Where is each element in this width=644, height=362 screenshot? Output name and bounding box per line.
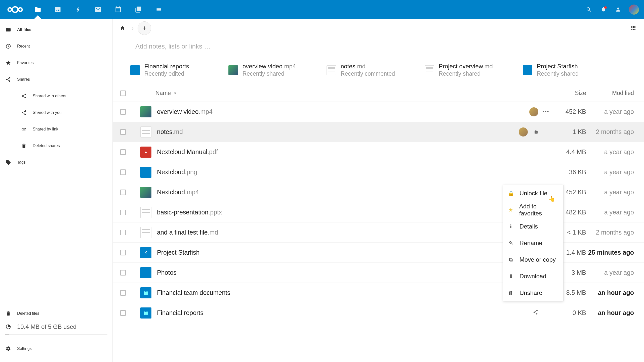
view-toggle[interactable] xyxy=(630,25,636,32)
rec-subtitle: Recently shared xyxy=(537,70,579,77)
nav-files[interactable] xyxy=(28,0,48,19)
rec-subtitle: Recently shared xyxy=(243,70,296,77)
notifications-button[interactable] xyxy=(600,6,607,13)
file-row[interactable]: notes.md1 KB2 months ago xyxy=(113,122,644,142)
sidebar-quota: 10.4 MB of 5 GB used xyxy=(0,322,112,332)
recommendation-item[interactable]: Project StarfishRecently shared xyxy=(523,63,621,77)
file-name: Nextcloud.png xyxy=(157,168,508,176)
sidebar-item-shared-with-others[interactable]: Shared with others xyxy=(0,88,112,104)
file-row[interactable]: and a final test file.md< 1 KB2 months a… xyxy=(113,222,644,243)
row-checkbox[interactable] xyxy=(120,310,126,316)
mail-icon xyxy=(95,6,102,13)
sidebar-item-favorites[interactable]: Favorites xyxy=(0,55,112,71)
ctx-add-to-favorites[interactable]: ★Add to favorites xyxy=(503,202,563,218)
nav-calendar[interactable] xyxy=(108,0,128,19)
sort-indicator-icon: ▼ xyxy=(173,91,177,95)
sidebar-item-label: Recent xyxy=(17,44,30,49)
deck-icon xyxy=(135,6,142,13)
file-row[interactable]: Financial reports0 KBan hour ago xyxy=(113,303,644,323)
file-row[interactable]: Photos•••3 MBa year ago xyxy=(113,263,644,283)
svg-point-1 xyxy=(8,8,12,11)
file-row[interactable]: Nextcloud Manual.pdf4.4 MBa year ago xyxy=(113,142,644,162)
share-icon xyxy=(21,93,27,99)
add-button[interactable]: + xyxy=(138,21,151,35)
quota-bar xyxy=(5,334,107,335)
contacts-button[interactable] xyxy=(614,6,622,13)
logo[interactable] xyxy=(5,5,25,14)
notes-placeholder[interactable]: Add notes, lists or links … xyxy=(113,37,644,63)
image-icon xyxy=(54,6,61,13)
rec-thumb-icon xyxy=(425,65,434,75)
ctx-download[interactable]: ⬇Download xyxy=(503,268,563,285)
column-size[interactable]: Size xyxy=(553,90,586,97)
search-button[interactable] xyxy=(585,6,593,13)
sidebar-item-shared-by-link[interactable]: Shared by link xyxy=(0,121,112,138)
nav-activity[interactable] xyxy=(68,0,88,19)
recommendations: Financial reportsRecently editedoverview… xyxy=(113,63,644,85)
row-checkbox[interactable] xyxy=(120,210,126,215)
share-indicator[interactable] xyxy=(533,309,538,316)
sidebar-item-label: Deleted files xyxy=(17,311,39,316)
recommendation-item[interactable]: Financial reportsRecently edited xyxy=(130,63,228,77)
row-checkbox[interactable] xyxy=(120,290,126,296)
row-checkbox[interactable] xyxy=(120,129,126,135)
table-header: Name ▼ Size Modified xyxy=(113,85,644,102)
lock-icon xyxy=(534,129,538,134)
file-row[interactable]: basic-presentation.pptx482 KBa year ago xyxy=(113,202,644,222)
file-row[interactable]: Financial team documents•••8.5 MBan hour… xyxy=(113,283,644,303)
sidebar-item-label: Shared with you xyxy=(33,110,62,115)
sidebar-item-deleted-shares[interactable]: Deleted shares xyxy=(0,138,112,154)
recommendation-item[interactable]: notes.mdRecently commented xyxy=(327,63,425,77)
file-modified: a year ago xyxy=(586,209,644,216)
sidebar-settings[interactable]: Settings xyxy=(0,340,112,357)
row-checkbox[interactable] xyxy=(120,250,126,255)
trash-icon: 🗑 xyxy=(508,290,513,296)
breadcrumb-home[interactable] xyxy=(118,23,127,33)
sidebar-deleted-files[interactable]: Deleted files xyxy=(0,305,112,322)
trash-icon xyxy=(6,311,11,316)
file-size: 36 KB xyxy=(553,168,586,176)
nav-deck[interactable] xyxy=(128,0,148,19)
row-checkbox[interactable] xyxy=(120,109,126,115)
share-icon xyxy=(21,110,27,115)
sidebar-item-tags[interactable]: Tags xyxy=(0,154,112,171)
nav-tasks[interactable] xyxy=(148,0,169,19)
sidebar-item-label: Tags xyxy=(17,160,26,165)
row-checkbox[interactable] xyxy=(120,230,126,235)
file-name: Financial reports xyxy=(157,309,508,316)
pencil-icon: ✎ xyxy=(508,240,513,246)
sidebar-item-all-files[interactable]: All files xyxy=(0,21,112,38)
ctx-move-or-copy[interactable]: ⧉Move or copy xyxy=(503,251,563,268)
recommendation-item[interactable]: overview video.mp4Recently shared xyxy=(228,63,327,77)
file-row[interactable]: overview video.mp4•••452 KBa year ago xyxy=(113,102,644,122)
nav-gallery[interactable] xyxy=(48,0,68,19)
row-actions-button[interactable]: ••• xyxy=(538,109,553,115)
sidebar-item-recent[interactable]: Recent xyxy=(0,38,112,55)
row-checkbox[interactable] xyxy=(120,169,126,175)
ctx-rename[interactable]: ✎Rename xyxy=(503,235,563,251)
file-type-icon xyxy=(140,187,151,198)
file-type-icon xyxy=(140,126,151,138)
file-modified: a year ago xyxy=(586,108,644,115)
file-row[interactable]: Nextcloud.mp4452 KBa year ago xyxy=(113,182,644,202)
recommendation-item[interactable]: Project overview.mdRecently shared xyxy=(425,63,523,77)
select-all-checkbox[interactable] xyxy=(120,90,126,96)
sidebar-item-label: Settings xyxy=(17,346,32,351)
file-row[interactable]: Project Starfish1.4 MB25 minutes ago xyxy=(113,243,644,263)
sidebar-item-label: Shares xyxy=(17,77,30,82)
sidebar-item-shared-with-you[interactable]: Shared with you xyxy=(0,104,112,121)
file-modified: a year ago xyxy=(586,189,644,196)
nav-mail[interactable] xyxy=(88,0,108,19)
rec-thumb-icon xyxy=(228,65,238,75)
ctx-details[interactable]: ℹDetails xyxy=(503,218,563,235)
column-name[interactable]: Name ▼ xyxy=(135,90,506,97)
user-avatar[interactable] xyxy=(629,5,639,15)
row-checkbox[interactable] xyxy=(120,270,126,276)
sidebar-item-shares[interactable]: Shares xyxy=(0,71,112,88)
row-checkbox[interactable] xyxy=(120,149,126,155)
file-type-icon xyxy=(140,287,151,298)
row-checkbox[interactable] xyxy=(120,190,126,195)
column-modified[interactable]: Modified xyxy=(586,90,644,97)
file-row[interactable]: Nextcloud.png36 KBa year ago xyxy=(113,162,644,182)
ctx-unshare[interactable]: 🗑Unshare xyxy=(503,285,563,301)
